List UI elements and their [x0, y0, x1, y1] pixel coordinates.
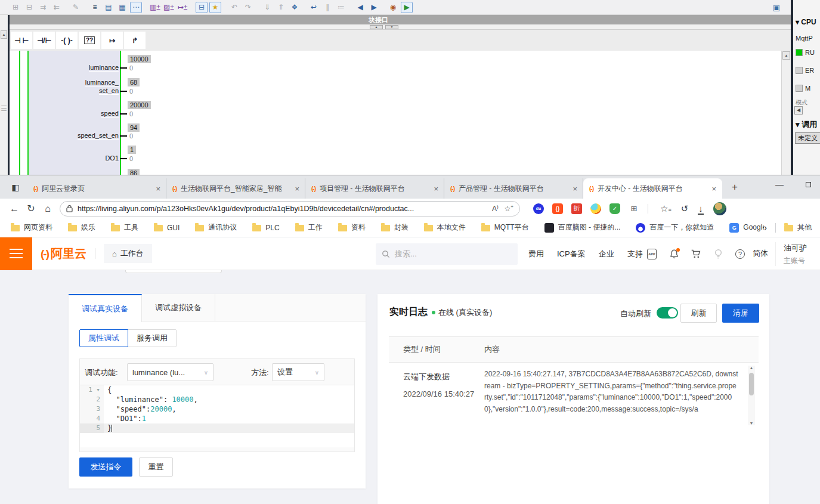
tab-close-icon[interactable]: × — [293, 184, 301, 193]
baidu-du-extension-icon[interactable]: du — [533, 203, 544, 214]
monitoring-icon[interactable]: ▶ — [401, 2, 413, 13]
url-field[interactable]: https://living.aliyun.com/p/a123oHks0evA… — [60, 201, 520, 217]
nav-item-ICP备案[interactable]: ICP备案 — [557, 249, 586, 259]
go-previous-icon[interactable]: ◀ — [354, 2, 366, 13]
splitter-up-icon[interactable]: ▲ — [370, 25, 383, 29]
tab-close-icon[interactable]: × — [154, 184, 162, 193]
browser-tab[interactable]: (-)生活物联网平台_智能家居_智能× — [166, 178, 305, 199]
tab-close-icon[interactable]: × — [432, 184, 440, 193]
tab-debug-real-device[interactable]: 调试真实设备 — [69, 294, 142, 322]
nav-item-支持[interactable]: 支持 — [627, 249, 643, 259]
contact-no-icon[interactable]: ⊣ ⊢ — [11, 32, 32, 49]
bookmark-item[interactable]: GGoogle 翻译 — [729, 222, 763, 233]
undo-icon[interactable]: ↶ — [228, 2, 240, 13]
bookmark-item[interactable]: 资料 — [338, 222, 366, 233]
bookmark-item[interactable]: 封装 — [381, 222, 409, 233]
property-debug-button[interactable]: 属性调试 — [79, 329, 128, 347]
editor-line[interactable]: 1 ▾{ — [80, 385, 354, 395]
notifications-icon[interactable] — [668, 248, 680, 260]
back-icon[interactable]: ← — [6, 203, 23, 214]
comment-toggle-icon[interactable]: ≔ — [335, 2, 347, 13]
close-branch-icon[interactable]: ↱ — [124, 32, 146, 49]
browser-tab[interactable]: (-)阿里云登录页× — [27, 178, 166, 199]
truncated-select[interactable] — [125, 270, 222, 273]
account-menu[interactable]: 油可驴 主账号 — [784, 243, 807, 266]
editor-line[interactable]: 4 "DO1":1 — [80, 414, 354, 423]
pin-icon[interactable]: ✎ — [70, 2, 82, 13]
send-command-button[interactable]: 发送指令 — [79, 457, 132, 477]
favorites-bar-icon[interactable]: ☆≡ — [660, 203, 672, 214]
home-icon[interactable]: ⌂ — [39, 203, 56, 214]
refresh-icon[interactable]: ↻ — [23, 203, 39, 214]
bookmark-item[interactable]: 工具 — [111, 222, 138, 233]
debug-function-select[interactable]: luminance (lu... ∨ — [127, 363, 213, 381]
tab-close-icon[interactable]: × — [571, 184, 578, 193]
fb-coil-icon[interactable]: ▨± — [163, 2, 175, 13]
aliyun-logo[interactable]: (-) 阿里云 — [41, 246, 86, 262]
history-icon[interactable]: ↺ — [681, 203, 689, 214]
upload-from-device-icon[interactable]: ⇑ — [275, 2, 287, 13]
call-panel-header[interactable]: ▾ 调用 — [796, 119, 817, 130]
editor-line[interactable]: 3 "speed":20000, — [80, 404, 354, 414]
network-comments-icon[interactable]: ⋯ — [130, 2, 142, 13]
empty-box-icon[interactable]: ?? — [79, 32, 100, 49]
read-aloud-icon[interactable]: A) — [492, 204, 499, 213]
bookmark-item-other[interactable]: 其他 — [784, 222, 812, 233]
canvas-vertical-scrollbar[interactable]: ▲ — [781, 51, 791, 175]
bookmark-item[interactable]: GUI — [154, 224, 180, 232]
scrollbar-thumb[interactable] — [749, 373, 754, 395]
collapse-networks-icon[interactable]: ▦ — [116, 2, 128, 13]
strip-scroll-up-icon[interactable]: ▲ — [1, 30, 7, 39]
browser-tab[interactable]: (-)产品管理 - 生活物联网平台× — [444, 178, 583, 199]
workbench-button[interactable]: ⌂ 工作台 — [104, 244, 152, 263]
method-select[interactable]: 设置 ∨ — [272, 363, 324, 381]
cpu-panel-header[interactable]: ▾ CPU — [796, 18, 816, 26]
scroll-up-icon[interactable]: ▲ — [748, 366, 755, 370]
scroll-down-icon[interactable]: ▼ — [748, 421, 755, 425]
json-editor[interactable]: 1 ▾{2 "luminance": 10000,3 "speed":20000… — [80, 385, 354, 447]
menu-hamburger-icon[interactable] — [0, 237, 32, 270]
bookmark-item[interactable]: 百度一下，你就知道 — [636, 222, 714, 233]
panel-scroll-left-icon[interactable]: ◀ — [794, 106, 803, 115]
network-monitor-icon[interactable]: ▣ — [771, 2, 782, 13]
coil-icon[interactable]: ‐( )‐ — [56, 32, 78, 49]
lightbulb-icon[interactable] — [712, 248, 724, 260]
window-minimize-button[interactable]: — — [767, 175, 792, 193]
browser-tab[interactable]: (-)项目管理 - 生活物联网平台× — [305, 178, 444, 199]
interface-splitter[interactable]: ▲ ▼ — [9, 24, 791, 30]
log-scrollbar[interactable]: ▲ ▼ — [748, 366, 755, 425]
contact-nc-icon[interactable]: ⊣/⊢ — [33, 32, 55, 49]
find-in-project-icon[interactable]: ◉ — [387, 2, 399, 13]
tab-debug-virtual-device[interactable]: 调试虚拟设备 — [142, 294, 215, 321]
bookmark-item[interactable]: 工作 — [295, 222, 323, 233]
insert-row-icon[interactable]: ⊞ — [10, 2, 21, 13]
editor-line[interactable]: 2 "luminance": 10000, — [80, 395, 354, 404]
indent-icon[interactable]: ⇉ — [37, 2, 49, 13]
splitter-down-icon[interactable]: ▼ — [385, 25, 398, 29]
bookmark-item[interactable]: 本地文件 — [424, 222, 466, 233]
fb-block-icon[interactable]: ▥± — [149, 2, 161, 13]
add-favorite-icon[interactable]: ☆+ — [505, 204, 513, 213]
window-maximize-button[interactable] — [796, 175, 820, 193]
extensions-menu-icon[interactable]: ⊞ — [629, 203, 639, 214]
auto-refresh-toggle[interactable] — [657, 307, 678, 319]
tab-close-icon[interactable]: × — [710, 184, 717, 193]
ladder-canvas[interactable]: 10000luminance068luminance_set_en020000s… — [10, 51, 781, 175]
delete-row-icon[interactable]: ⊟ — [23, 2, 35, 13]
download-to-device-icon[interactable]: ⇓ — [261, 2, 273, 13]
colorful-extension-icon[interactable] — [590, 203, 601, 214]
refresh-button[interactable]: 刷新 — [680, 304, 717, 323]
clear-screen-button[interactable]: 清屏 — [722, 304, 759, 323]
nav-item-企业[interactable]: 企业 — [599, 249, 614, 259]
redo-icon[interactable]: ↷ — [242, 2, 254, 13]
downloads-icon[interactable]: ↓ — [698, 203, 704, 214]
tab-actions-icon[interactable]: ◧ — [8, 181, 23, 194]
bookmark-item[interactable]: 娱乐 — [68, 222, 95, 233]
outdent-icon[interactable]: ⇇ — [51, 2, 63, 13]
cart-icon[interactable] — [690, 248, 702, 260]
browser-tab[interactable]: (-)开发中心 - 生活物联网平台× — [583, 178, 722, 199]
bookmark-item[interactable]: MQTT平台 — [481, 222, 529, 233]
bookmark-item[interactable]: 百度脑图 - 便捷的... — [544, 222, 621, 233]
sort-order-icon[interactable]: ≡ — [89, 2, 101, 13]
profile-avatar[interactable] — [713, 202, 726, 215]
